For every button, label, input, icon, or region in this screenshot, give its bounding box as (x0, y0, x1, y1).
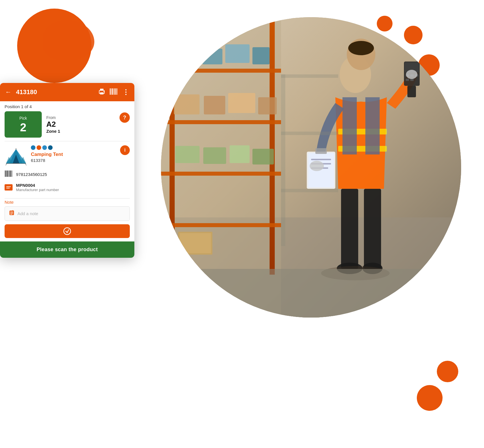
from-section: From A2 Zone 1 (46, 111, 115, 138)
svg-rect-66 (117, 88, 117, 95)
barcode-row: 9781234560125 (5, 168, 130, 181)
back-button[interactable]: ← (5, 88, 11, 96)
svg-rect-4 (270, 17, 275, 275)
svg-rect-12 (252, 47, 270, 64)
icon-blue-2 (42, 145, 47, 150)
svg-rect-33 (311, 159, 331, 160)
svg-rect-41 (406, 79, 409, 81)
header-right: ⋮ (98, 88, 129, 96)
svg-rect-47 (364, 189, 381, 269)
icon-blue-1 (31, 145, 35, 150)
product-info: Camping Tent 613378 (31, 145, 63, 163)
svg-point-90 (64, 228, 71, 235)
svg-rect-19 (230, 145, 250, 163)
note-label: Note (5, 200, 130, 205)
svg-point-25 (348, 41, 374, 55)
svg-point-75 (15, 148, 17, 150)
svg-rect-7 (161, 172, 281, 176)
svg-rect-80 (9, 171, 10, 177)
pick-row: Pick 2 From A2 Zone 1 ? (0, 111, 134, 141)
svg-rect-55 (281, 189, 338, 192)
pick-label: Pick (10, 116, 36, 120)
svg-line-73 (5, 163, 7, 165)
svg-rect-43 (407, 86, 416, 97)
svg-rect-54 (281, 132, 338, 135)
mpn-row: MPN0004 Manufacturer part number (5, 181, 130, 194)
svg-rect-16 (258, 97, 277, 114)
print-icon[interactable] (98, 88, 105, 96)
svg-rect-82 (12, 171, 12, 177)
menu-icon[interactable]: ⋮ (122, 88, 129, 96)
product-header-row: Camping Tent 613378 i (5, 145, 130, 168)
svg-rect-13 (174, 94, 200, 114)
mpn-code: MPN0004 (16, 183, 59, 188)
dot-bottom-right-1 (437, 361, 458, 382)
icon-orange-1 (37, 145, 41, 150)
svg-rect-53 (281, 74, 338, 78)
svg-rect-9 (175, 46, 198, 63)
svg-rect-42 (410, 79, 414, 81)
note-icon (9, 210, 15, 217)
svg-rect-18 (203, 147, 226, 164)
svg-rect-64 (114, 88, 115, 95)
phone-body: Position 1 of 4 Pick 2 From A2 Zone 1 ? (0, 101, 134, 238)
svg-rect-77 (6, 171, 7, 177)
barcode-text: 9781234560125 (16, 172, 47, 177)
warehouse-circle-bg (161, 17, 461, 318)
svg-point-45 (406, 70, 417, 79)
svg-rect-14 (204, 96, 225, 114)
svg-rect-61 (111, 88, 112, 95)
svg-rect-32 (315, 148, 327, 154)
header-left: ← 413180 (5, 88, 37, 96)
orange-blob-extra (43, 20, 94, 60)
phone-header: ← 413180 (0, 83, 134, 101)
barcode-icon (5, 171, 13, 178)
svg-rect-28 (342, 97, 357, 154)
svg-rect-3 (170, 17, 175, 275)
icon-blue-3 (48, 145, 53, 150)
svg-rect-11 (225, 44, 250, 63)
tent-icon (5, 148, 27, 166)
svg-rect-6 (161, 120, 281, 124)
info-button[interactable]: i (120, 145, 130, 155)
from-label: From (46, 115, 115, 120)
svg-rect-20 (252, 149, 274, 164)
mpn-icon (5, 184, 13, 191)
svg-rect-29 (365, 97, 380, 154)
mpn-text: MPN0004 Manufacturer part number (16, 183, 59, 192)
from-zone: Zone 1 (46, 129, 115, 134)
product-icons-row (31, 145, 63, 150)
svg-rect-76 (5, 171, 6, 177)
svg-rect-5 (161, 69, 281, 73)
svg-rect-31 (308, 153, 334, 187)
note-section: Note Add a note (0, 199, 134, 224)
svg-rect-58 (100, 92, 103, 94)
svg-rect-57 (100, 89, 103, 90)
dot-top-right-1 (377, 16, 393, 31)
pick-number: 2 (10, 122, 36, 133)
svg-rect-51 (161, 269, 461, 318)
orange-strip-button[interactable] (5, 224, 130, 238)
product-image (5, 145, 27, 168)
svg-rect-52 (281, 74, 285, 246)
help-button[interactable]: ? (119, 112, 130, 123)
svg-rect-22 (180, 233, 211, 253)
product-section: Camping Tent 613378 i (0, 141, 134, 198)
dot-bottom-right-2 (417, 385, 443, 411)
phone-mockup: ← 413180 (0, 83, 134, 258)
svg-rect-46 (341, 189, 358, 269)
position-label: Position 1 of 4 (0, 101, 134, 111)
pick-card: Pick 2 (5, 111, 42, 138)
scan-button[interactable]: Please scan the product (0, 241, 134, 258)
product-name: Camping Tent (31, 152, 63, 157)
note-input-box[interactable]: Add a note (5, 206, 130, 221)
barcode-scan-icon[interactable] (110, 88, 118, 96)
svg-rect-10 (202, 49, 222, 64)
order-number: 413180 (16, 88, 37, 96)
mpn-description: Manufacturer part number (16, 188, 59, 192)
svg-rect-17 (175, 146, 200, 163)
svg-point-59 (103, 91, 104, 92)
svg-rect-8 (161, 223, 281, 227)
svg-rect-60 (110, 88, 111, 95)
product-left: Camping Tent 613378 (5, 145, 63, 168)
